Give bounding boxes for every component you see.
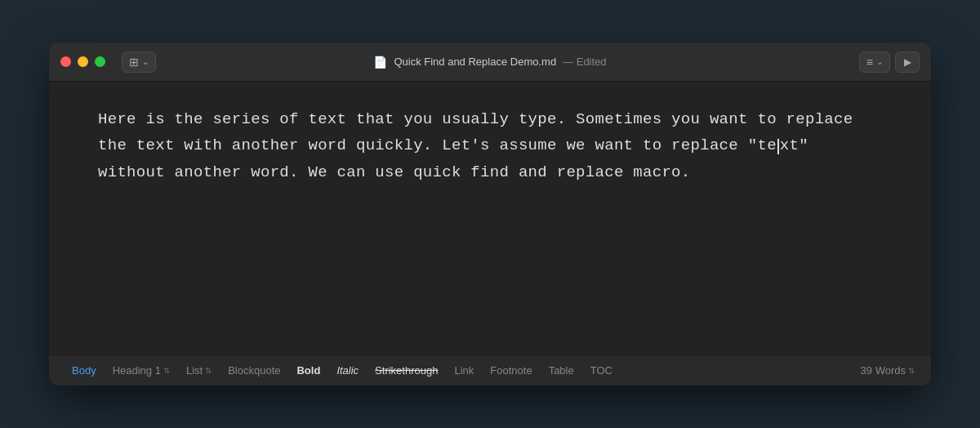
word-count[interactable]: 39 Words ⇅	[861, 364, 915, 377]
list-icon: ≡	[866, 56, 873, 69]
text-cursor	[777, 139, 779, 154]
status-link[interactable]: Link	[448, 362, 480, 379]
status-strikethrough[interactable]: Strikethrough	[368, 362, 444, 379]
document-icon: 📄	[373, 56, 387, 69]
status-body[interactable]: Body	[65, 362, 103, 379]
app-window: ⊞ ⌄ 📄 Quick Find and Replace Demo.md — E…	[49, 42, 931, 386]
word-count-arrow-icon: ⇅	[908, 366, 915, 375]
sidebar-icon: ⊞	[129, 56, 139, 69]
title-area: 📄 Quick Find and Replace Demo.md — Edite…	[373, 56, 606, 69]
statusbar: Body Heading 1 ⇅ List ⇅ Blockquote Bold …	[49, 354, 931, 386]
edited-label: — Edited	[563, 56, 606, 68]
play-button[interactable]: ▶	[895, 51, 920, 73]
status-heading1[interactable]: Heading 1 ⇅	[106, 362, 176, 379]
right-controls: ≡ ⌄ ▶	[859, 51, 920, 73]
maximize-button[interactable]	[95, 56, 105, 67]
minimize-button[interactable]	[78, 56, 88, 67]
chevron-down-icon: ⌄	[142, 57, 149, 66]
list-view-button[interactable]: ≡ ⌄	[859, 51, 890, 73]
word-count-label: 39 Words	[861, 364, 906, 377]
status-blockquote[interactable]: Blockquote	[221, 362, 287, 379]
status-toc[interactable]: TOC	[584, 362, 619, 379]
status-footnote[interactable]: Footnote	[483, 362, 538, 379]
editor-text[interactable]: Here is the series of text that you usua…	[98, 106, 882, 185]
status-list[interactable]: List ⇅	[180, 362, 218, 379]
titlebar: ⊞ ⌄ 📄 Quick Find and Replace Demo.md — E…	[49, 42, 931, 82]
status-table[interactable]: Table	[542, 362, 581, 379]
chevron-down-icon: ⌄	[876, 57, 883, 66]
status-bold[interactable]: Bold	[290, 362, 327, 379]
close-button[interactable]	[60, 56, 71, 67]
heading-arrow-icon: ⇅	[163, 366, 170, 375]
sidebar-toggle-button[interactable]: ⊞ ⌄	[122, 51, 156, 73]
status-italic[interactable]: Italic	[330, 362, 365, 379]
traffic-lights	[60, 56, 105, 67]
play-icon: ▶	[904, 56, 911, 68]
window-title: Quick Find and Replace Demo.md	[394, 56, 556, 68]
editor-area[interactable]: Here is the series of text that you usua…	[49, 82, 931, 354]
list-arrow-icon: ⇅	[205, 366, 212, 375]
